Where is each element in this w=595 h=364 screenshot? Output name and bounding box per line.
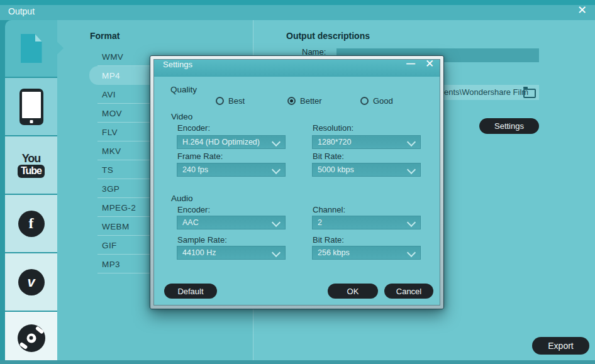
chevron-down-icon xyxy=(272,248,281,257)
chevron-down-icon xyxy=(407,248,416,257)
sidebar-item-device[interactable] xyxy=(5,78,57,135)
radio-best[interactable]: Best xyxy=(216,95,245,106)
sidebar: You Tube f v xyxy=(0,20,57,364)
output-path-value: ents\Wondershare Film xyxy=(444,85,528,100)
youtube-icon: You Tube xyxy=(18,153,45,178)
output-window: Output ✕ You Tube f v xyxy=(0,0,595,364)
video-bit-rate-dropdown[interactable]: 5000 kbps xyxy=(312,163,421,177)
sample-rate-label: Sample Rate: xyxy=(177,235,227,245)
window-close-icon[interactable]: ✕ xyxy=(577,3,587,17)
video-section-label: Video xyxy=(171,112,192,121)
radio-circle-best xyxy=(216,97,224,105)
audio-bit-rate-dropdown[interactable]: 256 kbps xyxy=(312,246,421,260)
minimize-icon[interactable]: — xyxy=(404,58,417,70)
resolution-dropdown[interactable]: 1280*720 xyxy=(312,135,421,149)
frame-rate-dropdown[interactable]: 240 fps xyxy=(177,163,286,177)
facebook-icon: f xyxy=(18,211,45,237)
radio-circle-good xyxy=(360,97,369,105)
channel-dropdown[interactable]: 2 xyxy=(312,216,421,229)
chevron-down-icon xyxy=(272,218,281,227)
video-encoder-label: Encoder: xyxy=(177,123,210,133)
sample-rate-dropdown[interactable]: 44100 Hz xyxy=(177,246,286,260)
settings-dialog-title: Settings xyxy=(163,60,192,69)
window-title: Output xyxy=(8,6,35,16)
settings-button[interactable]: Settings xyxy=(479,118,539,134)
resolution-label: Resolution: xyxy=(313,123,353,133)
channel-label: Channel: xyxy=(313,205,345,214)
cancel-button[interactable]: Cancel xyxy=(384,284,433,299)
chevron-down-icon xyxy=(272,138,281,146)
sidebar-item-dvd[interactable] xyxy=(5,312,57,364)
audio-section-label: Audio xyxy=(171,194,193,203)
audio-bit-rate-label: Bit Rate: xyxy=(313,235,344,245)
audio-encoder-dropdown[interactable]: AAC xyxy=(177,216,286,229)
radio-better[interactable]: Better xyxy=(287,95,322,106)
quality-label: Quality xyxy=(170,85,197,94)
chevron-down-icon xyxy=(272,165,281,174)
format-header: Format xyxy=(90,31,120,41)
chevron-down-icon xyxy=(407,218,416,227)
settings-dialog-titlebar xyxy=(154,60,440,77)
folder-icon[interactable] xyxy=(523,89,536,98)
window-titlebar: Output ✕ xyxy=(0,0,595,20)
chevron-down-icon xyxy=(407,165,416,174)
vimeo-icon: v xyxy=(18,269,45,295)
window-bottom-edge xyxy=(0,360,595,364)
sidebar-item-facebook[interactable]: f xyxy=(5,195,57,252)
output-descriptions-header: Output descriptions xyxy=(286,31,370,41)
radio-good[interactable]: Good xyxy=(360,95,393,106)
sidebar-item-local-format[interactable] xyxy=(5,20,57,77)
sidebar-item-vimeo[interactable]: v xyxy=(5,253,57,311)
dvd-icon xyxy=(18,324,45,352)
ok-button[interactable]: OK xyxy=(328,284,378,299)
dialog-close-icon[interactable]: ✕ xyxy=(423,58,436,70)
default-button[interactable]: Default xyxy=(164,284,217,299)
sidebar-item-youtube[interactable]: You Tube xyxy=(5,136,57,194)
export-button[interactable]: Export xyxy=(532,337,589,355)
radio-circle-better-selected xyxy=(287,97,296,105)
chevron-down-icon xyxy=(407,138,416,146)
frame-rate-label: Frame Rate: xyxy=(177,152,223,161)
settings-dialog: Settings — ✕ Quality Best Better Good Vi… xyxy=(150,55,444,309)
audio-encoder-label: Encoder: xyxy=(177,205,210,214)
document-icon xyxy=(21,34,42,63)
phone-icon xyxy=(19,89,43,125)
video-encoder-dropdown[interactable]: H.264 (HD Optimized) xyxy=(177,135,286,149)
video-bit-rate-label: Bit Rate: xyxy=(313,152,344,161)
